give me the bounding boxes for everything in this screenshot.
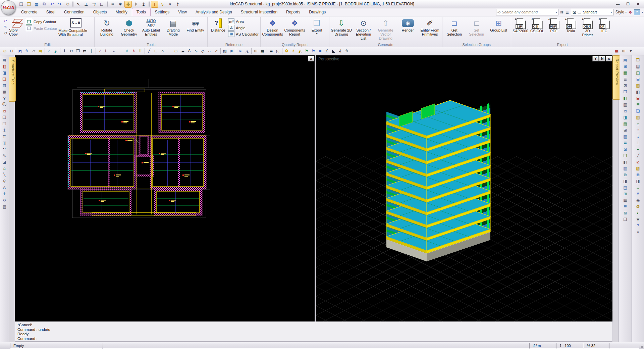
story-copy-icon[interactable]: ⧉ [1, 108, 8, 114]
export-folder-icon[interactable]: ❒ Export ▾ [306, 17, 328, 39]
as-calculator-icon[interactable]: ⊞ AS Calculator [228, 31, 258, 37]
point-group-icon[interactable]: ∷ [1, 146, 8, 152]
pan-up-button[interactable]: ∧ [308, 56, 314, 61]
sum-sheet-icon[interactable]: ▦ [622, 197, 629, 203]
copy-icon[interactable]: ❐ [75, 48, 81, 54]
query-icon[interactable]: ? [1, 95, 8, 101]
camera-tool-icon[interactable]: ◉ [635, 197, 641, 203]
protractor-icon[interactable]: ∡ [337, 48, 343, 54]
slab-report-icon[interactable]: ⊠ [622, 83, 629, 88]
more-tool-icon[interactable]: ▾ [635, 229, 641, 235]
style-dropdown[interactable]: Style ▾ [615, 10, 627, 14]
status-units[interactable]: tf / m [529, 343, 556, 349]
components-report-icon[interactable]: ❖ Components Report [284, 17, 306, 39]
csicol-export-icon[interactable]: ↩ CSI CSICOL [529, 17, 546, 37]
style-manager-icon[interactable]: ❖ [628, 10, 632, 15]
auto-label-entities-icon[interactable]: AUTO ABC Auto Label Entities [140, 17, 162, 36]
properties-panel-icon[interactable]: ▤ [1, 57, 8, 63]
wall-table-icon[interactable]: ▦ [622, 134, 629, 139]
floor-plan-canvas[interactable] [15, 55, 315, 321]
separator[interactable] [96, 48, 96, 54]
rotate-icon[interactable]: ↻ [68, 48, 74, 54]
search-input[interactable] [501, 10, 555, 14]
tab-analysis-and-design[interactable]: Analysis and Design [191, 8, 236, 16]
tab-reports[interactable]: Reports [282, 8, 305, 16]
hatch-layer-icon[interactable]: ▨ [1, 204, 8, 209]
undo-icon[interactable]: ↶ [48, 1, 56, 8]
ifc-export-icon[interactable]: ↩ DP IFC [596, 17, 613, 37]
line-icon[interactable]: ╱ [146, 48, 152, 54]
settings-tool-icon[interactable]: ✱ [635, 216, 641, 222]
minimize-button[interactable]: — [613, 1, 623, 7]
leader-icon[interactable]: ↗ [213, 48, 219, 54]
snap-corner-icon[interactable]: ∟ [98, 1, 105, 8]
lightbulb-icon[interactable]: ❂ [283, 48, 290, 54]
app-logo-icon[interactable]: ideCAD [1, 0, 16, 15]
foundation-tool-icon[interactable]: ⊞ [635, 95, 641, 101]
snap-insertion-icon[interactable]: ↥ [140, 1, 147, 8]
restore-button[interactable]: ❐ [623, 1, 633, 7]
archive-sheet-icon[interactable]: ❐ [622, 216, 629, 222]
match-properties-icon[interactable]: ◨ [1, 70, 8, 76]
tab-steel[interactable]: Steel [42, 8, 60, 16]
dimension-tool-icon[interactable]: ↔ [635, 185, 641, 190]
beam-schedule-icon[interactable]: ▦ [622, 70, 629, 76]
check-geometry-icon[interactable]: ⬢ Check Geometry [118, 17, 140, 36]
text-icon[interactable]: A [186, 48, 193, 54]
label-icon[interactable]: A [1, 185, 8, 190]
separator[interactable] [60, 48, 60, 54]
layer-stack-icon[interactable]: ≣ [566, 10, 569, 15]
tekla-export-icon[interactable]: ↩ DP Tekla [562, 17, 579, 37]
pdf-export-icon[interactable]: ↩ PDF PDF [546, 17, 562, 37]
regen-icon[interactable]: ✳ [130, 48, 137, 54]
block-icon[interactable]: ■ [317, 48, 323, 54]
label-tool-icon[interactable]: A [635, 191, 641, 197]
quantity-table-icon[interactable]: ▦ [1, 89, 8, 95]
material-tool-icon[interactable]: ▨ [635, 165, 641, 171]
settings-sheet-icon[interactable]: ▤ [622, 185, 629, 190]
arc-icon[interactable]: ⌒ [166, 48, 172, 54]
break-icon[interactable]: ⌁ [110, 48, 117, 54]
rotate-building-icon[interactable]: ↻ Rotate Building [96, 17, 118, 36]
tab-concrete[interactable]: Concrete [17, 8, 42, 16]
separator[interactable] [267, 48, 267, 54]
distance-button[interactable]: ? Distance [209, 17, 227, 32]
snap-endpoint-icon[interactable]: ↟ [132, 1, 140, 8]
layer-list-icon[interactable]: ≋ [560, 10, 564, 15]
osnap-toggle-icon[interactable]: ⊺ [151, 1, 158, 8]
layout-grid-icon[interactable]: ⊞ [621, 48, 627, 54]
render-tool-icon[interactable]: ◐ [635, 210, 641, 216]
support-tool-icon[interactable]: ⊥ [635, 140, 641, 146]
zoom-window-icon[interactable]: ⊡ [8, 48, 15, 54]
report-grid-icon[interactable]: ▦ [613, 48, 620, 54]
quick-run-icon[interactable]: ϟ [159, 1, 166, 8]
refresh-icon[interactable]: ↻ [1, 197, 8, 203]
schedule-icon[interactable]: ▦ [259, 48, 266, 54]
separator[interactable] [220, 48, 221, 54]
angle-icon[interactable]: ∠ Angle [228, 25, 258, 31]
filter-sheet-icon[interactable]: ⊠ [622, 210, 629, 216]
mirror-icon[interactable]: ⇄ [82, 48, 88, 54]
roof-wizard-icon[interactable]: ⌂ [46, 48, 52, 54]
paste-contour-button[interactable]: ❐ Paste Contour [26, 26, 57, 31]
chevron-down-icon[interactable]: ▾ [556, 11, 557, 14]
light-tool-icon[interactable]: ❂ [635, 204, 641, 209]
snap-perpendicular-icon[interactable]: ⊥ [83, 1, 90, 8]
tab-settings[interactable]: Settings [151, 8, 174, 16]
layer-standart-combo[interactable]: ⊠ ▭ Standart ▾ [571, 9, 614, 15]
polygon-icon[interactable]: ◇ [200, 48, 206, 54]
column-tool-icon[interactable]: ◫ [635, 70, 641, 76]
perspective-canvas[interactable] [316, 55, 612, 321]
column-schedule-icon[interactable]: ≣ [622, 76, 629, 82]
snap-intersection-icon[interactable]: ✶ [117, 1, 124, 8]
section-elevation-list-icon[interactable]: ⊙ Section / Elevation List [353, 17, 375, 40]
report-preview-tab[interactable]: Report Preview [612, 55, 620, 100]
ramp-icon[interactable]: ◺ [275, 48, 281, 54]
help-tool-icon[interactable]: ? [635, 223, 641, 229]
drafting-mode-icon[interactable]: ▤ Drafting Mode [162, 17, 184, 36]
sketch-icon[interactable]: ✎ [1, 153, 8, 158]
axis-tool-icon[interactable]: ▤ [635, 63, 641, 69]
zoom-in-icon[interactable]: ⊕ [2, 48, 8, 54]
steel-table-icon[interactable]: ≣ [622, 140, 629, 146]
move-story-icon[interactable]: ◫ [1, 140, 8, 146]
